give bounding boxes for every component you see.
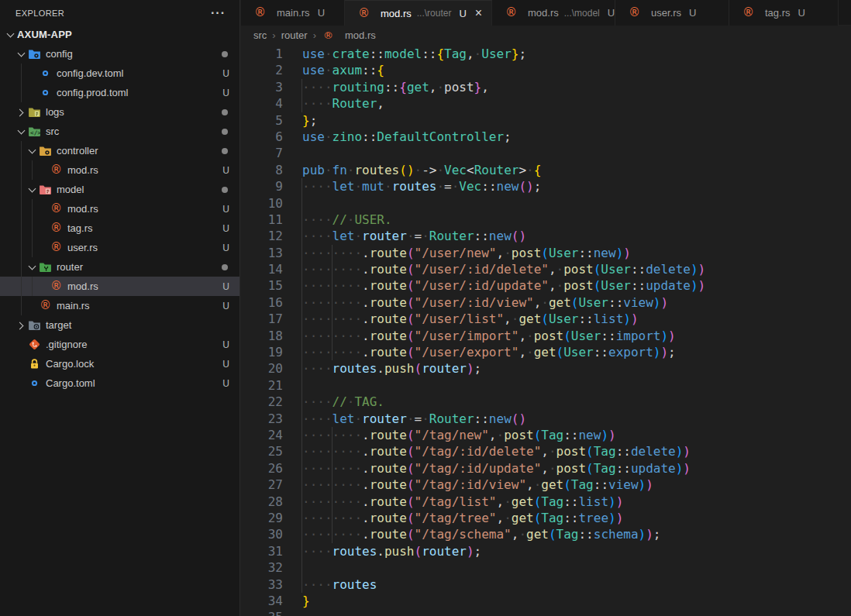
code-text: ········.route("/tag/tree",·get(Tag::tre…	[302, 510, 623, 526]
rust-file-icon: ®	[50, 202, 63, 215]
code-line-12: 12····let·router·=·Router::new()	[241, 228, 851, 244]
tree-item-main-rs[interactable]: ®main.rsU	[0, 296, 239, 315]
tab-bar-empty-space	[839, 0, 851, 26]
code-line-33: 33····routes	[241, 576, 851, 593]
line-number: 9	[241, 178, 283, 194]
file-tree: AXUM-APPconfigconfig.dev.tomlUconfig.pro…	[0, 25, 239, 393]
close-icon[interactable]: ×	[475, 8, 482, 19]
tab-mod-rs-model[interactable]: ®mod.rs...\modelU	[492, 0, 615, 26]
code-text: ········.route("/tag/:id/delete",·post(T…	[302, 443, 691, 459]
line-number: 27	[241, 477, 283, 493]
line-number: 6	[241, 129, 283, 145]
item-label: mod.rs	[67, 164, 98, 176]
git-untracked-badge: U	[222, 204, 229, 215]
tree-item-model[interactable]: model	[0, 180, 239, 199]
tree-item-user-rs[interactable]: ®user.rsU	[0, 238, 239, 257]
tree-indent-guide	[21, 277, 22, 296]
tree-item-controller[interactable]: controller	[0, 141, 239, 160]
tree-item-mod-rs[interactable]: ®mod.rsU	[0, 199, 239, 219]
line-number: 14	[241, 261, 283, 277]
code-text: ········.route("/tag/:id/update",·post(T…	[302, 460, 691, 477]
indent-guide	[301, 377, 302, 394]
tree-indent-guide	[21, 180, 22, 199]
tree-item-config-prod-toml[interactable]: config.prod.tomlU	[0, 83, 239, 102]
code-line-34: 34}	[241, 593, 851, 609]
tree-item-cargo-lock[interactable]: Cargo.lockU	[0, 354, 239, 373]
vscode-window: EXPLORER ··· AXUM-APPconfigconfig.dev.to…	[0, 0, 851, 616]
line-number: 30	[241, 526, 283, 542]
git-untracked-badge: U	[222, 68, 229, 79]
more-actions-icon[interactable]: ···	[211, 9, 226, 17]
item-label: config.prod.toml	[57, 87, 129, 98]
code-line-7: 7	[241, 145, 851, 161]
code-line-31: 31····routes.push(router);	[241, 543, 851, 559]
rust-file-icon: ®	[322, 29, 335, 42]
indent-guide	[301, 195, 302, 212]
code-editor[interactable]: 1use·crate::model::{Tag,·User};2use·axum…	[241, 45, 851, 616]
tree-item-mod-rs[interactable]: ®mod.rsU	[0, 277, 239, 296]
tree-item-logs[interactable]: logs	[0, 102, 239, 122]
tab-label: main.rs	[277, 7, 310, 19]
code-text: ····//·TAG.	[302, 394, 384, 410]
tree-item-cargo-toml[interactable]: Cargo.tomlU	[0, 373, 239, 393]
chevron-down-icon	[26, 145, 39, 157]
code-line-11: 11····//·USER.	[241, 212, 851, 228]
tab-bar: ®main.rsU®mod.rs...\routerU×®mod.rs...\m…	[241, 0, 851, 26]
tree-root-axum-app[interactable]: AXUM-APP	[0, 25, 239, 44]
item-label: model	[57, 184, 84, 195]
rust-file-icon: ®	[253, 6, 267, 19]
folder-model-icon	[39, 183, 52, 196]
tree-item--gitignore[interactable]: .gitignoreU	[0, 335, 239, 354]
code-line-23: 23····let·router·=·Router::new()	[241, 411, 851, 427]
item-label: Cargo.lock	[46, 358, 94, 370]
code-line-21: 21	[241, 377, 851, 394]
item-label: src	[46, 126, 59, 137]
explorer-title: EXPLORER	[16, 9, 64, 18]
breadcrumb-item-src[interactable]: src	[253, 29, 267, 41]
tree-item-config[interactable]: config	[0, 44, 239, 64]
item-label: router	[57, 261, 83, 273]
code-text: ········.route("/tag/:id/view",·get(Tag:…	[302, 477, 653, 493]
line-number: 5	[241, 112, 283, 129]
code-text: ········.route("/user/new",·post(User::n…	[302, 245, 631, 261]
folder-target-icon	[28, 318, 41, 332]
line-number: 20	[241, 360, 283, 377]
tab-user-rs[interactable]: ®user.rsU	[615, 0, 729, 26]
item-label: user.rs	[67, 242, 98, 253]
folder-router-icon	[39, 260, 52, 274]
tree-item-mod-rs[interactable]: ®mod.rsU	[0, 160, 239, 180]
code-text: ········.route("/tag/schema",·get(Tag::s…	[302, 526, 660, 542]
git-untracked-badge: U	[222, 281, 229, 292]
tree-item-target[interactable]: target	[0, 315, 239, 335]
tab-main-rs[interactable]: ®main.rsU	[241, 0, 345, 26]
folder-controller-icon	[39, 144, 52, 157]
tab-mod-rs-router[interactable]: ®mod.rs...\routerU×	[345, 0, 492, 26]
gear-file-icon	[39, 86, 52, 99]
tree-item-config-dev-toml[interactable]: config.dev.tomlU	[0, 64, 239, 83]
tree-indent-guide	[32, 199, 33, 219]
line-number: 1	[241, 46, 283, 62]
tree-indent-guide	[32, 160, 33, 180]
line-number: 22	[241, 394, 283, 410]
item-label: Cargo.toml	[46, 377, 95, 389]
git-untracked-badge: U	[222, 165, 229, 176]
modified-children-dot	[222, 51, 228, 57]
git-file-icon	[28, 338, 41, 351]
line-number: 10	[241, 195, 283, 212]
tab-git-badge: U	[318, 7, 325, 19]
tab-tag-rs[interactable]: ®tag.rsU	[729, 0, 839, 26]
tree-item-src[interactable]: </>src	[0, 122, 239, 141]
line-number: 19	[241, 344, 283, 360]
tree-indent-guide	[21, 160, 22, 180]
line-number: 3	[241, 79, 283, 95]
git-untracked-badge: U	[222, 243, 229, 253]
line-number: 32	[241, 559, 283, 576]
breadcrumb-item-router[interactable]: router	[281, 29, 308, 41]
tree-item-tag-rs[interactable]: ®tag.rsU	[0, 219, 239, 238]
item-label: mod.rs	[67, 203, 98, 215]
tree-item-router[interactable]: router	[0, 257, 239, 277]
tab-git-badge: U	[459, 8, 466, 19]
code-text: ····routes	[302, 576, 377, 593]
code-line-3: 3····routing::{get,·post},	[241, 79, 851, 95]
breadcrumb-item-file[interactable]: mod.rs	[345, 29, 376, 41]
